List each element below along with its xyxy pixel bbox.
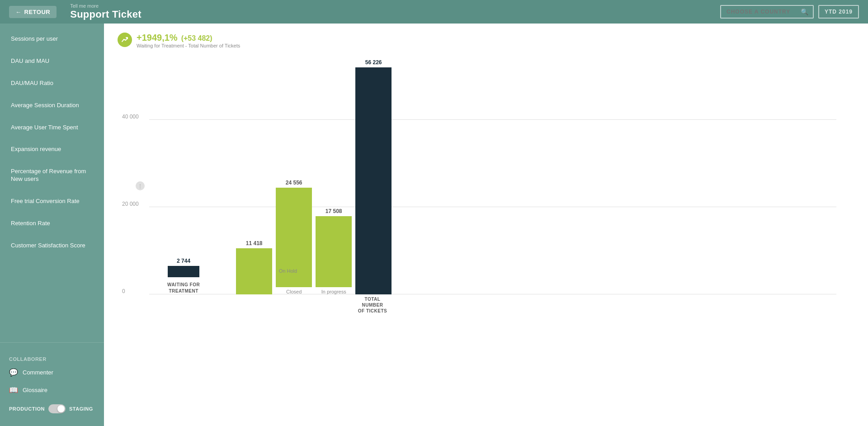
x-label-waiting	[167, 294, 199, 296]
y-label-40000: 40 000	[122, 114, 139, 120]
sidebar-bottom: Collaborer 💬 Commenter 📖 Glossaire PRODU…	[0, 346, 104, 426]
kpi-label: Waiting for Treatment - Total Number of …	[137, 43, 240, 48]
y-label-0: 0	[122, 288, 125, 294]
country-select-wrapper[interactable]: 🔍	[720, 5, 814, 19]
collaborer-section-label: Collaborer	[0, 351, 104, 364]
kpi-percentage: +1949,1%	[137, 33, 178, 43]
stacked-bars-wrapper: 11 418 On Hold	[236, 59, 272, 294]
sidebar-item-retention-rate[interactable]: Retention Rate	[0, 213, 104, 235]
sidebar: Sessions per user DAU and MAU DAU/MAU Ra…	[0, 24, 104, 426]
sidebar-item-avg-session-duration[interactable]: Average Session Duration	[0, 95, 104, 117]
sidebar-nav: Sessions per user DAU and MAU DAU/MAU Ra…	[0, 24, 104, 339]
staging-toggle[interactable]	[48, 404, 66, 413]
closed-label: Closed	[286, 289, 302, 294]
book-icon: 📖	[9, 386, 18, 394]
tell-me-more-label: Tell me more	[70, 3, 720, 9]
chart-container: ⋮ 0 20 000 40 000 2 744 WAITI	[149, 59, 836, 312]
ytd-button[interactable]: YTD 2019	[818, 5, 859, 19]
page-title: Support Ticket	[70, 9, 720, 20]
closed-value-label: 24 556	[286, 180, 302, 186]
waiting-bar	[168, 266, 199, 277]
content-area: +1949,1% (+53 482) Waiting for Treatment…	[104, 24, 868, 426]
staging-label: STAGING	[69, 406, 93, 412]
sidebar-item-avg-user-time[interactable]: Average User Time Spent	[0, 117, 104, 139]
sidebar-item-pct-revenue-new[interactable]: Percentage of Revenue from New users	[0, 161, 104, 190]
comment-icon: 💬	[9, 368, 18, 377]
sidebar-item-sessions-per-user[interactable]: Sessions per user	[0, 28, 104, 50]
arrow-left-icon: ←	[15, 9, 22, 15]
waiting-group-label: WAITING FORTREATMENT	[167, 282, 200, 294]
top-navigation: ← RETOUR Tell me more Support Ticket 🔍 Y…	[0, 0, 868, 24]
main-layout: Sessions per user DAU and MAU DAU/MAU Ra…	[0, 24, 868, 426]
on-hold-value-label: 11 418	[246, 240, 263, 246]
in-progress-bar-wrapper: 17 508 In progress	[316, 59, 352, 294]
search-icon: 🔍	[801, 8, 808, 15]
retour-label: RETOUR	[24, 9, 51, 15]
x-axis-labels: TOTALNUMBEROF TICKETS	[149, 294, 836, 312]
in-progress-label: In progress	[321, 289, 346, 294]
header-controls: 🔍 YTD 2019	[720, 5, 859, 19]
sidebar-item-dau-mau[interactable]: DAU and MAU	[0, 50, 104, 72]
bar-group-total: 11 418 On Hold 24 556 Closed 17 508	[236, 59, 392, 294]
y-label-20000: 20 000	[122, 201, 139, 207]
in-progress-value-label: 17 508	[326, 208, 342, 214]
retour-button[interactable]: ← RETOUR	[9, 6, 57, 18]
on-hold-bar-group: 11 418 On Hold	[236, 240, 272, 294]
in-progress-bar	[316, 216, 352, 287]
kpi-badge: +1949,1% (+53 482) Waiting for Treatment…	[118, 33, 854, 48]
on-hold-bar	[236, 248, 272, 294]
page-header: Tell me more Support Ticket	[70, 3, 720, 20]
sidebar-item-dau-mau-ratio[interactable]: DAU/MAU Ratio	[0, 72, 104, 95]
bar-group-waiting: 2 744 WAITING FORTREATMENT	[167, 258, 200, 294]
sidebar-item-commenter[interactable]: 💬 Commenter	[0, 364, 104, 381]
total-dark-value-label: 56 226	[365, 59, 382, 66]
sidebar-item-glossaire[interactable]: 📖 Glossaire	[0, 381, 104, 399]
production-label: PRODUCTION	[9, 406, 45, 412]
bars-area: 2 744 WAITING FORTREATMENT 11 418 On Hol…	[149, 59, 836, 294]
waiting-bar-value-label: 2 744	[177, 258, 190, 264]
sidebar-item-expansion-revenue[interactable]: Expansion revenue	[0, 138, 104, 161]
collapse-chart-icon[interactable]: ⋮	[136, 181, 145, 190]
x-label-total: TOTALNUMBEROF TICKETS	[354, 294, 391, 314]
closed-bar-wrapper: 24 556 Closed	[276, 59, 312, 294]
total-dark-bar	[355, 67, 392, 294]
toggle-thumb	[57, 405, 65, 412]
sidebar-item-free-trial[interactable]: Free trial Conversion Rate	[0, 190, 104, 213]
x-label-total-group: TOTALNUMBEROF TICKETS	[235, 294, 391, 314]
sidebar-item-csat[interactable]: Customer Satisfaction Score	[0, 235, 104, 257]
country-search-input[interactable]	[721, 6, 813, 18]
production-staging-toggle-row: PRODUCTION STAGING	[0, 399, 104, 419]
sidebar-divider	[0, 342, 104, 343]
kpi-trend-icon	[118, 33, 132, 47]
kpi-change: (+53 482)	[181, 34, 212, 43]
total-dark-bar-wrapper: 56 226	[355, 59, 392, 294]
kpi-text: +1949,1% (+53 482) Waiting for Treatment…	[137, 33, 240, 48]
on-hold-label: On Hold	[279, 268, 297, 274]
